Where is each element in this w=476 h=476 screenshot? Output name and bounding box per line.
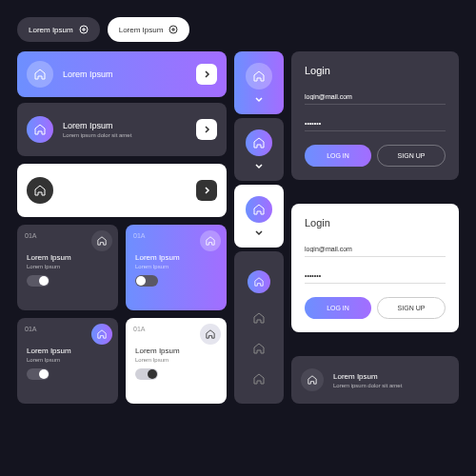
home-icon	[307, 375, 317, 385]
home-icon	[253, 70, 265, 82]
toggle[interactable]	[135, 368, 158, 380]
pill-label: Lorem Ipsum	[29, 26, 73, 34]
tag: 01A	[133, 326, 145, 332]
chevron-box[interactable]	[196, 180, 217, 201]
home-icon[interactable]	[253, 343, 265, 354]
chevron-right-icon	[203, 70, 210, 78]
icon-tile-light[interactable]	[234, 185, 284, 248]
card-title: Lorem Ipsum	[27, 253, 109, 262]
wide-card-gradient[interactable]: Lorem Ipsum	[17, 51, 227, 97]
home-icon-circle	[91, 324, 112, 345]
chevron-right-icon	[203, 126, 210, 133]
login-button[interactable]: LOG IN	[305, 145, 371, 167]
pill-dark[interactable]: Lorem Ipsum	[17, 17, 100, 42]
chevron-right-icon	[203, 187, 210, 194]
card-sub: Lorem ipsum dolor sit amet	[63, 132, 131, 138]
plus-circle-icon	[169, 25, 178, 34]
login-button[interactable]: LOG IN	[305, 297, 371, 319]
email-field[interactable]	[305, 89, 446, 105]
home-icon-circle	[246, 63, 272, 89]
home-icon-circle	[27, 61, 53, 88]
card-title: Lorem Ipsum	[333, 372, 402, 381]
toggle[interactable]	[135, 275, 158, 287]
home-icon-circle	[27, 116, 53, 143]
feature-card[interactable]: 01A Lorem Ipsum Lorem Ipsum	[126, 318, 227, 404]
home-icon-circle	[200, 230, 221, 251]
card-sub: Lorem Ipsum	[135, 264, 217, 269]
card-title: Lorem Ipsum	[27, 347, 109, 355]
login-card-dark: Login LOG IN SIGN UP	[291, 51, 459, 180]
home-icon	[34, 185, 46, 196]
wide-card-dark[interactable]: Lorem Ipsum Lorem ipsum dolor sit amet	[17, 103, 227, 156]
email-field[interactable]	[305, 242, 446, 257]
home-icon	[34, 124, 46, 135]
password-field[interactable]	[305, 116, 446, 131]
home-icon-circle	[301, 368, 324, 391]
signup-button[interactable]: SIGN UP	[377, 145, 446, 167]
feature-card[interactable]: 01A Lorem Ipsum Lorem Ipsum	[126, 225, 227, 310]
home-icon-circle	[91, 230, 112, 251]
chevron-down-icon	[255, 95, 263, 103]
home-icon-circle	[246, 129, 272, 156]
home-icon	[253, 137, 265, 149]
password-field[interactable]	[305, 268, 446, 284]
pill-light[interactable]: Lorem Ipsum	[108, 17, 190, 42]
plus-circle-icon	[79, 25, 89, 34]
chevron-down-icon	[255, 162, 263, 169]
icon-tile-dark[interactable]	[234, 118, 284, 181]
signup-button[interactable]: SIGN UP	[377, 297, 446, 319]
home-icon	[34, 69, 46, 80]
icon-strip	[234, 251, 284, 404]
home-icon-circle	[200, 324, 221, 345]
card-title: Lorem Ipsum	[63, 182, 131, 191]
home-icon	[97, 236, 107, 246]
card-sub: Lorem ipsum dolor sit amet	[63, 193, 131, 199]
home-icon-circle	[246, 196, 272, 223]
chevron-down-icon	[255, 228, 263, 236]
tag: 01A	[133, 232, 145, 239]
home-icon	[206, 236, 215, 246]
icon-tile-gradient[interactable]	[234, 51, 284, 114]
home-icon[interactable]	[253, 312, 265, 324]
card-title: Lorem Ipsum	[135, 347, 217, 355]
home-icon-circle	[27, 177, 53, 204]
wide-card-light[interactable]: Lorem Ipsum Lorem ipsum dolor sit amet	[17, 164, 227, 217]
card-title: Lorem Ipsum	[135, 253, 217, 262]
home-icon-circle[interactable]	[248, 270, 270, 293]
home-icon	[206, 329, 215, 339]
home-icon	[254, 277, 264, 287]
card-sub: Lorem Ipsum	[135, 357, 217, 363]
card-title: Lorem Ipsum	[63, 121, 131, 130]
home-icon	[97, 329, 107, 339]
tag: 01A	[25, 232, 36, 239]
wide-card-dark-bottom[interactable]: Lorem Ipsum Lorem ipsum dolor sit amet	[291, 356, 459, 404]
pill-label: Lorem Ipsum	[119, 26, 164, 34]
feature-card[interactable]: 01A Lorem Ipsum Lorem Ipsum	[17, 225, 118, 310]
login-card-light: Login LOG IN SIGN UP	[291, 204, 459, 332]
tag: 01A	[25, 326, 36, 332]
card-title: Lorem Ipsum	[63, 69, 113, 79]
card-sub: Lorem Ipsum	[27, 357, 109, 363]
home-icon[interactable]	[253, 373, 265, 385]
feature-card[interactable]: 01A Lorem Ipsum Lorem Ipsum	[17, 318, 118, 404]
home-icon	[253, 204, 265, 215]
login-title: Login	[305, 217, 446, 228]
chevron-box[interactable]	[196, 64, 217, 85]
toggle[interactable]	[27, 368, 50, 380]
chevron-box[interactable]	[196, 119, 217, 140]
toggle[interactable]	[27, 275, 50, 287]
login-title: Login	[305, 65, 446, 76]
card-sub: Lorem Ipsum	[27, 264, 109, 269]
card-sub: Lorem ipsum dolor sit amet	[333, 383, 402, 388]
